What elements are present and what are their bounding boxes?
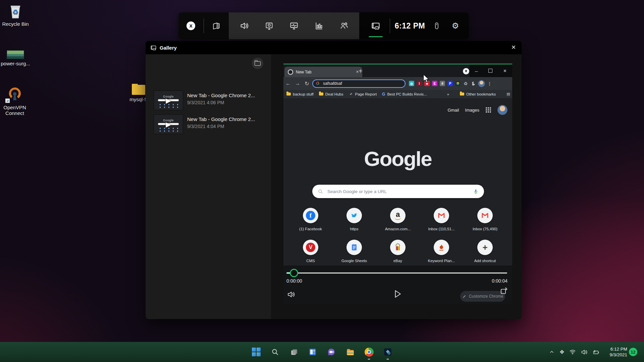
performance-widget-button[interactable] (284, 16, 304, 36)
maximize-button[interactable] (488, 69, 492, 73)
xbox-home-button[interactable]: x (181, 16, 201, 36)
minimize-button[interactable]: – (475, 68, 478, 74)
extension-icon-e[interactable]: E (432, 81, 437, 86)
forward-button[interactable]: → (293, 80, 302, 86)
video-preview[interactable]: New Tab ✕ + – ✕ ← → ↻ (283, 64, 512, 304)
play-button[interactable] (392, 289, 402, 299)
file-explorer-button[interactable] (346, 348, 355, 357)
desktop-icon-label: mysql-5 (129, 97, 147, 102)
plus-icon: + (482, 243, 487, 252)
extensions-puzzle-icon[interactable] (471, 81, 476, 86)
xbox-logo-icon: x (186, 21, 195, 30)
desktop-icon-label: OpenVPN Connect (0, 105, 29, 116)
resources-widget-button[interactable] (309, 16, 329, 36)
folder-icon (255, 61, 261, 66)
recorded-chrome-window: New Tab ✕ + – ✕ ← → ↻ (283, 64, 512, 265)
task-view-button[interactable] (289, 348, 299, 357)
chat-button[interactable] (327, 348, 336, 357)
player-current-time: 0:00:00 (286, 278, 302, 284)
notification-count-badge[interactable]: 12 (629, 348, 637, 356)
reading-list-button[interactable]: ▤Reading list (506, 92, 512, 96)
close-window-button[interactable]: ✕ (510, 44, 517, 51)
pointer-mode-button[interactable] (430, 16, 444, 36)
wifi-icon[interactable] (569, 349, 576, 355)
chrome-new-tab-page: Gmail Images Google Search Google or typ… (283, 98, 512, 265)
back-button[interactable]: ← (283, 80, 293, 86)
player-scrubber-handle[interactable] (290, 269, 298, 277)
extension-icon-dot[interactable] (455, 81, 461, 86)
recycle-bin-icon: ♻ (8, 3, 23, 19)
settings-button[interactable]: ⚙ (448, 16, 462, 36)
extension-icon-i[interactable]: I (417, 81, 422, 86)
extension-icon-p[interactable]: P (447, 81, 453, 86)
images-link[interactable]: Images (465, 108, 479, 113)
gallery-list-item[interactable]: Google ▶ New Tab - Google Chrome 2... 9/… (153, 90, 267, 111)
gallery-widget-button-active[interactable] (366, 16, 385, 36)
chrome-menu-icon[interactable]: ⋮ (487, 81, 492, 86)
game-bar-taskbar-button[interactable] (383, 348, 392, 357)
desktop-icon-power-surg[interactable]: power-surg... (0, 50, 34, 66)
start-button[interactable] (252, 348, 261, 357)
recording-title: New Tab - Google Chrome 2... (187, 116, 255, 122)
popout-window-button[interactable] (500, 287, 508, 295)
extension-icon-recycle[interactable]: ♻ (463, 81, 468, 86)
new-tab-button[interactable]: + (359, 68, 363, 74)
bookmark-folder[interactable]: backup stuff (286, 92, 314, 96)
close-button[interactable]: ✕ (503, 68, 507, 73)
battery-icon[interactable] (592, 348, 600, 356)
bookmark-item[interactable]: GBest PC Builds Revis... (382, 92, 427, 97)
shortcut-https[interactable]: https (341, 208, 368, 231)
bookmark-item[interactable]: Page Report (349, 92, 377, 96)
bookmarks-overflow-chevron[interactable]: » (447, 92, 449, 96)
social-widget-button[interactable] (334, 16, 354, 36)
shortcut-ebay[interactable]: eBay (384, 240, 411, 263)
open-file-location-button[interactable] (252, 58, 263, 69)
reload-button[interactable]: ↻ (302, 80, 312, 87)
chrome-active-tab[interactable]: New Tab ✕ (284, 67, 362, 77)
shortcut-keyword-planner[interactable]: Keyword Plan... (428, 240, 455, 263)
search-icon (318, 189, 323, 194)
shortcut-row-1: f (1) Facebook https a Amazon.com... (283, 208, 512, 231)
tray-chevron-up-icon[interactable] (549, 349, 555, 355)
game-bar-clock: 6:12 PM (395, 21, 425, 31)
google-search-bar[interactable]: Search Google or type a URL (312, 185, 484, 198)
search-placeholder: Search Google or type a URL (327, 189, 469, 194)
file-explorer-icon (346, 348, 355, 357)
gallery-window-titlebar[interactable]: Gallery ✕ (146, 41, 522, 54)
voice-search-mic-icon[interactable] (473, 189, 479, 194)
shortcut-inbox-2[interactable]: Inbox (75,490) (472, 208, 498, 231)
volume-icon[interactable] (581, 349, 588, 356)
player-timeline[interactable] (286, 273, 507, 274)
search-button[interactable] (271, 348, 280, 357)
google-account-avatar[interactable] (497, 105, 507, 115)
add-shortcut-button[interactable]: + Add shortcut (472, 240, 498, 263)
play-overlay-icon: ▶ (154, 115, 183, 134)
audio-widget-button[interactable] (234, 16, 254, 36)
desktop-icon-recycle-bin[interactable]: ♻ Recycle Bin (0, 3, 34, 27)
gallery-list-item[interactable]: Google ▶ New Tab - Google Chrome 2... 9/… (153, 114, 267, 134)
bookmarks-bar: backup stuff Deal Hubs Page Report GBest… (283, 90, 512, 98)
address-bar[interactable]: G safsafdsaf (312, 79, 406, 88)
capture-widget-button[interactable] (259, 16, 279, 36)
shortcut-google-sheets[interactable]: Google Sheets (341, 240, 368, 263)
extension-icon-teal[interactable]: ◎ (409, 81, 414, 86)
widgets-button[interactable] (308, 348, 317, 357)
shortcut-inbox-1[interactable]: Inbox (110,51... (428, 208, 455, 231)
widgets-menu-button[interactable] (207, 16, 226, 36)
shortcut-amazon[interactable]: a Amazon.com... (384, 208, 411, 231)
gmail-link[interactable]: Gmail (447, 108, 459, 113)
chrome-taskbar-button[interactable] (365, 348, 374, 357)
bookmark-folder[interactable]: Deal Hubs (319, 92, 343, 96)
media-controls-button[interactable] (463, 68, 469, 74)
other-bookmarks-folder[interactable]: Other bookmarks (460, 92, 496, 96)
taskbar-clock[interactable]: 6:12 PM 9/3/2021 (609, 342, 627, 362)
shortcut-facebook[interactable]: f (1) Facebook (297, 208, 324, 231)
google-apps-grid-icon[interactable] (485, 107, 491, 113)
dropbox-icon[interactable]: ❖ (559, 349, 565, 356)
shortcut-cms[interactable]: V CMS (297, 240, 324, 263)
profile-avatar[interactable] (478, 80, 485, 87)
extension-icon-hash[interactable]: # (440, 81, 445, 86)
recording-thumbnail: Google ▶ (154, 90, 183, 110)
volume-button[interactable] (287, 290, 295, 299)
desktop-icon-openvpn[interactable]: ↗ OpenVPN Connect (0, 85, 33, 116)
